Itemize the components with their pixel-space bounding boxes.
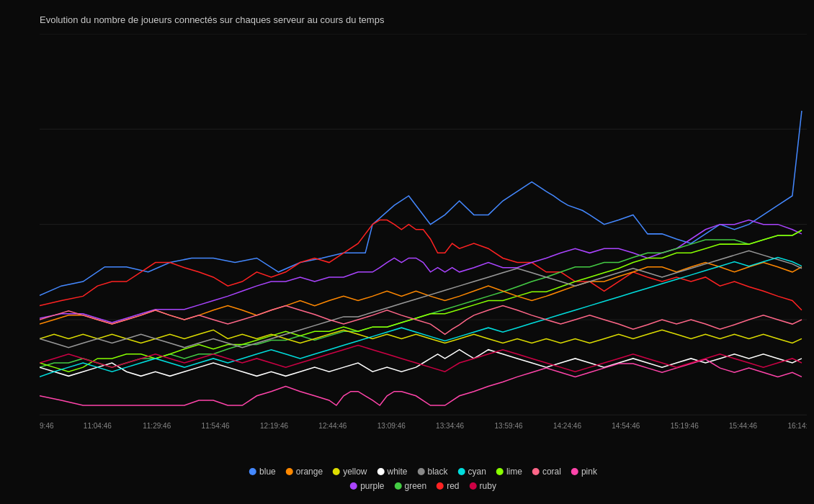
legend-label-green: green xyxy=(404,481,426,491)
legend-dot-cyan xyxy=(458,468,465,475)
svg-text:11:29:46: 11:29:46 xyxy=(143,422,171,430)
legend-item-green: green xyxy=(394,481,426,491)
legend-dot-coral xyxy=(532,468,540,475)
legend-dot-pink xyxy=(571,468,578,475)
legend-item-yellow: yellow xyxy=(333,467,367,477)
svg-text:10:39:46: 10:39:46 xyxy=(40,422,54,430)
legend-item-red: red xyxy=(437,481,459,491)
legend-item-blue: blue xyxy=(249,467,276,477)
legend-label-cyan: cyan xyxy=(468,467,486,477)
legend-dot-blue xyxy=(249,468,256,475)
legend-label-ruby: ruby xyxy=(480,481,496,491)
legend-dot-black xyxy=(418,468,425,475)
legend-dot-green xyxy=(394,482,401,490)
svg-text:13:59:46: 13:59:46 xyxy=(495,422,523,430)
chart-title: Evolution du nombre de joueurs connectés… xyxy=(40,14,807,25)
svg-text:13:34:46: 13:34:46 xyxy=(436,422,464,430)
legend-item-orange: orange xyxy=(286,467,323,477)
legend-label-orange: orange xyxy=(296,467,323,477)
legend-label-pink: pink xyxy=(581,467,597,477)
svg-text:12:19:46: 12:19:46 xyxy=(260,422,288,430)
svg-text:11:04:46: 11:04:46 xyxy=(84,422,112,430)
legend-item-purple: purple xyxy=(350,481,384,491)
legend-dot-orange xyxy=(286,468,293,475)
legend-item-white: white xyxy=(377,467,407,477)
svg-text:15:19:46: 15:19:46 xyxy=(671,422,699,430)
svg-text:14:24:46: 14:24:46 xyxy=(553,422,581,430)
legend-item-ruby: ruby xyxy=(470,481,496,491)
svg-text:16:14:46: 16:14:46 xyxy=(787,422,807,430)
chart-svg: 0 20 40 60 80 10:39:46 11:04:46 11:29:46… xyxy=(40,34,807,444)
legend-dot-ruby xyxy=(470,482,477,490)
svg-text:14:54:46: 14:54:46 xyxy=(612,422,640,430)
legend-item-coral: coral xyxy=(532,467,561,477)
legend-dot-purple xyxy=(350,482,357,490)
legend-label-lime: lime xyxy=(506,467,522,477)
legend-item-cyan: cyan xyxy=(458,467,486,477)
svg-text:11:54:46: 11:54:46 xyxy=(202,422,230,430)
legend-dot-red xyxy=(437,482,444,490)
svg-text:12:44:46: 12:44:46 xyxy=(318,422,346,430)
legend-label-purple: purple xyxy=(360,481,384,491)
legend-item-pink: pink xyxy=(571,467,597,477)
legend-dot-yellow xyxy=(333,468,340,475)
legend-label-coral: coral xyxy=(542,467,561,477)
svg-text:13:09:46: 13:09:46 xyxy=(377,422,406,430)
legend-label-red: red xyxy=(447,481,459,491)
legend-label-yellow: yellow xyxy=(343,467,367,477)
legend-dot-white xyxy=(377,468,384,475)
legend-label-white: white xyxy=(387,467,407,477)
svg-text:15:44:46: 15:44:46 xyxy=(729,422,757,430)
chart-container: Evolution du nombre de joueurs connectés… xyxy=(0,0,814,504)
legend-label-black: black xyxy=(428,467,448,477)
legend-label-blue: blue xyxy=(259,467,276,477)
legend-item-lime: lime xyxy=(496,467,522,477)
legend-dot-lime xyxy=(496,468,504,475)
chart-area: 0 20 40 60 80 10:39:46 11:04:46 11:29:46… xyxy=(40,34,807,444)
chart-legend: blue orange yellow white black cyan xyxy=(231,467,615,491)
legend-item-black: black xyxy=(418,467,448,477)
